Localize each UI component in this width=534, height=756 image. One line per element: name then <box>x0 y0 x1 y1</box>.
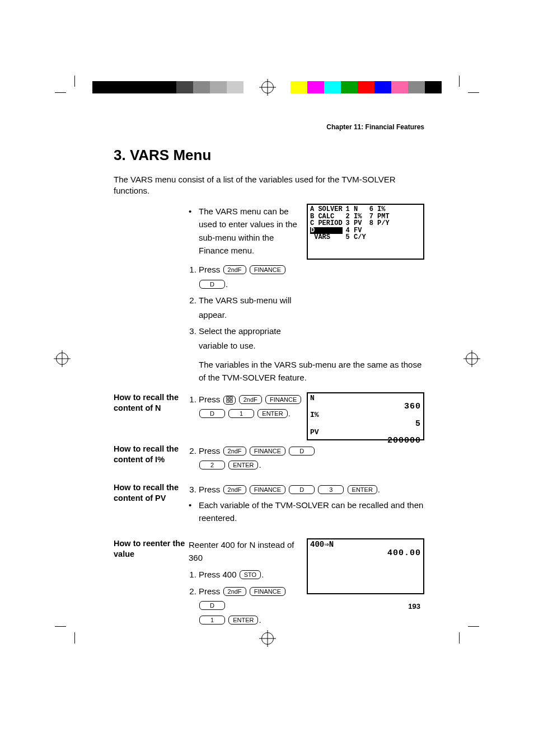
recall-pv-bullet: Each variable of the TVM-SOLVER can be r… <box>199 499 424 525</box>
key-finance: FINANCE <box>265 395 301 404</box>
reenter-heading: Reenter 400 for N instead of 360 <box>189 538 302 565</box>
key-enter: ENTER <box>228 461 258 469</box>
step-2: The VARS sub-menu will appear. <box>199 293 302 322</box>
label-recall-i: How to recall the content of I% <box>114 444 189 466</box>
svg-rect-0 <box>227 397 229 399</box>
registration-mark-icon <box>261 81 274 93</box>
color-bar <box>291 81 442 93</box>
page-content: Chapter 11: Financial Features 3. VARS M… <box>114 123 424 632</box>
key-finance: FINANCE <box>250 485 285 494</box>
key-d: D <box>289 447 315 456</box>
note-text: The variables in the VARS sub-menu are t… <box>189 358 424 384</box>
label-recall-pv: How to recall the content of PV <box>114 482 189 504</box>
chapter-header: Chapter 11: Financial Features <box>114 123 424 131</box>
calculator-screen-values: N360I%5PV200000 <box>307 392 424 440</box>
key-sto: STO <box>240 570 261 579</box>
section-title: 3. VARS Menu <box>114 147 424 164</box>
registration-mark-icon <box>261 632 274 645</box>
calculator-screen-vars-menu: A SOLVERB CALCC PERIODD VARS 1 N2 I%3 PV… <box>307 204 424 260</box>
key-finance: FINANCE <box>250 265 285 274</box>
svg-rect-2 <box>227 400 229 402</box>
recall-pv-step: Press 2ndF FINANCE D 3 ENTER. <box>199 482 424 497</box>
key-d: D <box>289 485 315 494</box>
key-2ndf: 2ndF <box>223 447 246 456</box>
intro-text: The VARS menu consist of a list of the v… <box>114 174 424 196</box>
step-3: Select the appropriate variable to use. <box>199 324 302 353</box>
svg-rect-3 <box>230 400 232 402</box>
key-3: 3 <box>318 485 344 494</box>
reenter-step-1: Press 400 STO. <box>199 567 302 582</box>
key-enter: ENTER <box>228 616 258 624</box>
calculator-screen-reenter: 400⇒N 400.00 <box>307 538 424 594</box>
registration-mark-icon <box>56 353 68 365</box>
label-recall-n: How to recall the content of N <box>114 392 189 414</box>
recall-n-step: Press 2ndF FINANCE D 1 ENTER. <box>199 392 302 421</box>
key-2ndf: 2ndF <box>223 265 246 274</box>
bullet-text: The VARS menu can be used to enter value… <box>199 205 302 257</box>
label-reenter: How to reenter the value <box>114 538 189 560</box>
key-d: D <box>199 409 225 418</box>
reenter-step-2: Press 2ndF FINANCE D 1 ENTER. <box>199 584 302 627</box>
key-d: D <box>199 280 225 289</box>
key-finance: FINANCE <box>250 447 285 456</box>
key-2: 2 <box>199 461 225 469</box>
key-enter: ENTER <box>348 485 377 494</box>
key-finance: FINANCE <box>250 587 285 596</box>
page-number: 193 <box>408 602 420 611</box>
key-2ndf: 2ndF <box>239 395 262 404</box>
recall-i-step: Press 2ndF FINANCE D 2 ENTER. <box>199 444 424 472</box>
key-1: 1 <box>199 616 225 624</box>
key-enter: ENTER <box>257 409 287 418</box>
key-2ndf: 2ndF <box>223 587 246 596</box>
key-home-icon <box>223 396 236 405</box>
step-1: Press 2ndF FINANCE D. <box>199 262 302 291</box>
svg-rect-1 <box>230 397 232 399</box>
key-1: 1 <box>228 409 254 418</box>
registration-mark-icon <box>466 353 478 365</box>
greyscale-bar <box>92 81 243 93</box>
key-2ndf: 2ndF <box>223 485 246 494</box>
key-d: D <box>199 601 225 610</box>
